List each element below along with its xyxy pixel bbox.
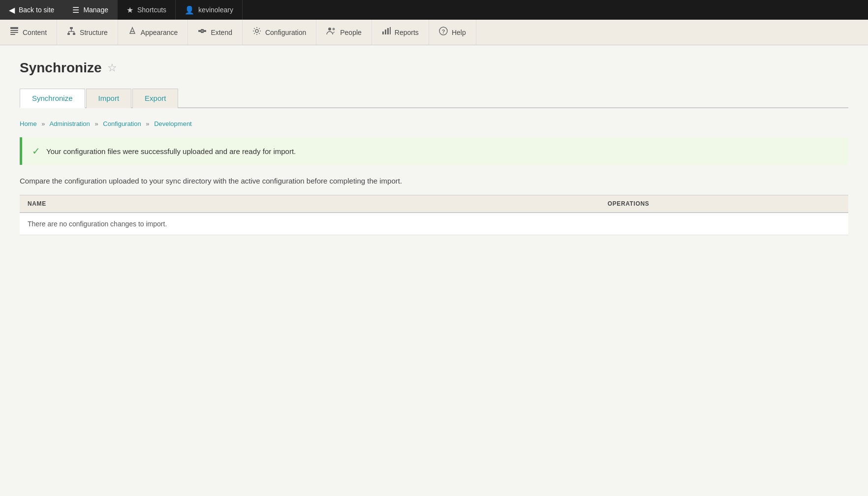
menu-item-content[interactable]: Content <box>0 20 57 45</box>
manage-label: Manage <box>83 6 108 14</box>
extend-label: Extend <box>211 29 232 36</box>
tabs-container: Synchronize Import Export <box>20 88 848 108</box>
table-body: There are no configuration changes to im… <box>20 213 848 235</box>
menu-item-help[interactable]: ? Help <box>429 20 476 45</box>
breadcrumb-development[interactable]: Development <box>154 120 192 127</box>
favorite-star-icon[interactable]: ☆ <box>107 62 117 74</box>
success-text: Your configuration files were successful… <box>46 147 296 155</box>
breadcrumb-sep-1: » <box>41 120 45 127</box>
admin-bar: ◀ Back to site ☰ Manage ★ Shortcuts 👤 ke… <box>0 0 868 20</box>
table-header-row: NAME OPERATIONS <box>20 195 848 213</box>
page-title: Synchronize <box>20 60 101 76</box>
content-area: Synchronize ☆ Synchronize Import Export … <box>0 45 868 496</box>
breadcrumb-administration[interactable]: Administration <box>49 120 90 127</box>
page-title-row: Synchronize ☆ <box>20 60 848 76</box>
people-label: People <box>340 29 362 36</box>
user-icon: 👤 <box>185 5 194 15</box>
svg-point-16 <box>255 30 258 32</box>
svg-rect-2 <box>10 32 18 33</box>
svg-rect-21 <box>387 28 389 34</box>
content-label: Content <box>23 29 47 36</box>
back-to-site-link[interactable]: ◀ Back to site <box>0 0 63 20</box>
svg-text:?: ? <box>442 29 445 34</box>
menu-item-configuration[interactable]: Configuration <box>243 20 316 45</box>
menu-icon: ☰ <box>72 5 79 15</box>
menu-item-structure[interactable]: Structure <box>57 20 118 45</box>
config-table: NAME OPERATIONS There are no configurati… <box>20 195 848 235</box>
user-link[interactable]: 👤 kevinoleary <box>176 0 243 20</box>
svg-rect-4 <box>70 27 73 29</box>
content-icon <box>10 27 19 38</box>
tab-synchronize[interactable]: Synchronize <box>20 89 85 108</box>
help-label: Help <box>452 29 466 36</box>
people-icon <box>326 27 336 38</box>
svg-point-18 <box>333 28 335 31</box>
configuration-label: Configuration <box>265 29 306 36</box>
menu-item-people[interactable]: People <box>316 20 372 45</box>
shortcuts-link[interactable]: ★ Shortcuts <box>118 0 176 20</box>
table-header: NAME OPERATIONS <box>20 195 848 213</box>
appearance-label: Appearance <box>141 29 178 36</box>
tab-import[interactable]: Import <box>86 89 132 108</box>
appearance-icon <box>128 27 137 38</box>
back-icon: ◀ <box>9 5 15 15</box>
table-row-empty: There are no configuration changes to im… <box>20 213 848 235</box>
svg-rect-20 <box>385 30 386 34</box>
shortcuts-label: Shortcuts <box>137 6 166 14</box>
main-menu: Content Structure Appearance <box>0 20 868 45</box>
structure-icon <box>67 27 76 38</box>
breadcrumb-sep-3: » <box>146 120 149 127</box>
column-header-operations: OPERATIONS <box>600 195 848 213</box>
breadcrumb: Home » Administration » Configuration » … <box>20 120 848 127</box>
success-message: ✓ Your configuration files were successf… <box>20 137 848 165</box>
reports-label: Reports <box>395 29 419 36</box>
menu-item-reports[interactable]: Reports <box>372 20 429 45</box>
description-text: Compare the configuration uploaded to yo… <box>20 177 848 185</box>
manage-link[interactable]: ☰ Manage <box>63 0 118 20</box>
column-header-name: NAME <box>20 195 600 213</box>
svg-point-17 <box>328 28 331 31</box>
breadcrumb-configuration[interactable]: Configuration <box>103 120 141 127</box>
breadcrumb-sep-2: » <box>94 120 98 127</box>
menu-item-appearance[interactable]: Appearance <box>118 20 188 45</box>
configuration-icon <box>252 27 261 38</box>
svg-rect-1 <box>10 30 18 31</box>
svg-rect-0 <box>10 27 18 29</box>
shortcuts-star-icon: ★ <box>126 5 133 15</box>
extend-icon <box>198 27 207 38</box>
success-check-icon: ✓ <box>32 145 40 157</box>
back-to-site-label: Back to site <box>19 6 54 14</box>
svg-rect-22 <box>390 27 391 34</box>
svg-rect-19 <box>382 31 384 34</box>
empty-message: There are no configuration changes to im… <box>20 213 848 235</box>
structure-label: Structure <box>80 29 108 36</box>
tab-export[interactable]: Export <box>132 89 178 108</box>
help-icon: ? <box>439 27 448 38</box>
svg-rect-6 <box>73 33 75 35</box>
username-label: kevinoleary <box>198 6 233 14</box>
breadcrumb-home[interactable]: Home <box>20 120 37 127</box>
svg-rect-3 <box>10 34 15 35</box>
reports-icon <box>382 27 391 38</box>
menu-item-extend[interactable]: Extend <box>188 20 243 45</box>
svg-rect-5 <box>67 33 70 35</box>
